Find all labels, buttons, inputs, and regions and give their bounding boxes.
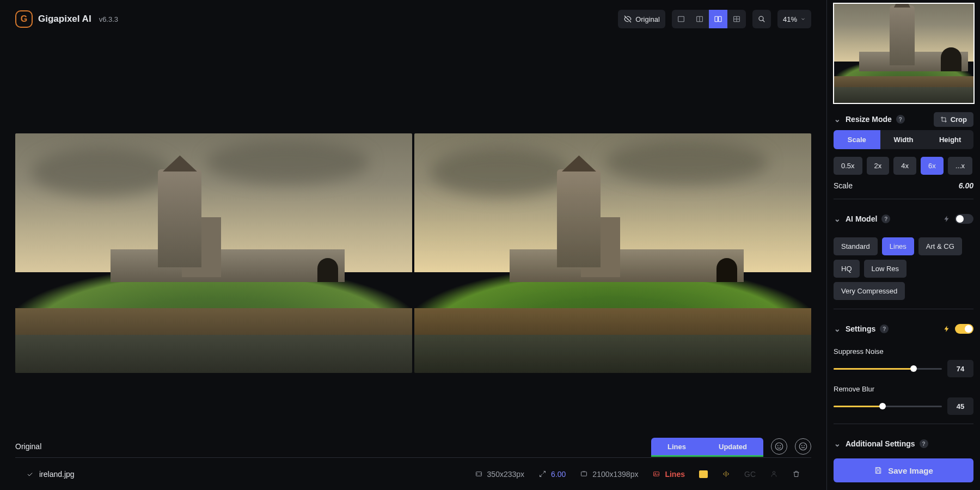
delete-button[interactable] (792, 470, 800, 478)
chevron-down-icon: ⌄ (834, 324, 841, 333)
output-size-icon (580, 470, 588, 478)
model-chip-hq[interactable]: HQ (834, 260, 860, 278)
scale-chip-4x[interactable]: 4x (893, 157, 916, 175)
lightning-icon (943, 215, 951, 223)
model-chip-standard[interactable]: Standard (834, 237, 878, 255)
dimensions-icon (475, 470, 483, 478)
expand-icon (538, 470, 547, 478)
zoom-level-button[interactable]: 41% (777, 10, 811, 28)
resize-tab-width[interactable]: Width (880, 130, 927, 149)
feedback-neutral-button[interactable] (795, 438, 811, 455)
model-chip-art-cg[interactable]: Art & CG (918, 237, 962, 255)
svg-point-14 (801, 445, 802, 446)
trash-icon (792, 470, 800, 478)
suppress-noise-slider[interactable] (834, 368, 942, 370)
preview-label-row: Original Lines Updated (15, 436, 811, 457)
chevron-down-icon (800, 16, 806, 22)
help-icon[interactable]: ? (896, 115, 905, 124)
view-mode-split-vertical[interactable] (690, 10, 709, 28)
eye-off-icon (623, 15, 632, 23)
pill-model-label: Lines (651, 443, 702, 451)
remove-blur-label: Remove Blur (834, 385, 973, 393)
scale-chip-custom[interactable]: ...x (948, 157, 972, 175)
resize-tab-height[interactable]: Height (927, 130, 973, 149)
ai-model-auto-toggle[interactable] (955, 214, 973, 224)
output-dimensions: 2100x1398px (580, 470, 638, 479)
scale-value: 6.00 (959, 181, 973, 190)
feedback-happy-button[interactable] (771, 438, 787, 455)
resize-tab-scale[interactable]: Scale (834, 130, 880, 149)
original-toggle-button[interactable]: Original (618, 10, 665, 28)
zoom-value: 41% (783, 15, 797, 23)
original-label: Original (15, 442, 41, 451)
scale-factor: 6.00 (538, 470, 566, 479)
navigator-thumbnail[interactable] (833, 3, 975, 104)
model-icon (652, 470, 660, 478)
svg-rect-25 (877, 471, 880, 474)
ai-model-section-header[interactable]: ⌄ AI Model ? (834, 208, 973, 230)
svg-line-18 (543, 471, 545, 474)
svg-point-15 (804, 445, 805, 446)
scale-chip-6x[interactable]: 6x (921, 157, 944, 175)
additional-settings-header[interactable]: ⌄ Additional Settings ? (834, 433, 973, 453)
svg-rect-3 (715, 16, 718, 21)
scale-chip-0-5x[interactable]: 0.5x (834, 157, 862, 175)
svg-point-23 (773, 471, 775, 474)
updated-pill[interactable]: Lines Updated (651, 438, 763, 455)
view-mode-grid[interactable] (727, 10, 746, 28)
resize-section-header[interactable]: ⌄ Resize Mode ? Crop (834, 108, 973, 130)
chevron-down-icon: ⌄ (834, 439, 841, 448)
top-bar: G Gigapixel AI v6.3.3 Original 41% (15, 0, 811, 38)
svg-line-9 (763, 20, 764, 22)
scale-label: Scale (834, 181, 853, 190)
preview-original[interactable] (15, 133, 412, 373)
crop-button[interactable]: Crop (934, 112, 973, 127)
zoom-mode-button[interactable] (752, 10, 771, 28)
meh-icon (798, 442, 808, 451)
settings-section-header[interactable]: ⌄ Settings ? (834, 318, 973, 340)
svg-point-12 (780, 445, 781, 446)
gc-label: GC (744, 470, 756, 479)
face-recovery-icon (770, 470, 778, 478)
svg-rect-24 (877, 468, 880, 469)
original-dimensions: 350x233px (475, 470, 525, 479)
help-icon[interactable]: ? (880, 324, 889, 333)
smile-icon (774, 442, 784, 451)
save-image-button[interactable]: Save Image (834, 458, 973, 482)
compare-icon[interactable] (722, 470, 730, 478)
app-logo-icon: G (15, 10, 33, 28)
svg-rect-20 (581, 472, 587, 476)
preview-area (15, 38, 811, 436)
model-chip-lines[interactable]: Lines (882, 237, 914, 255)
app-version: v6.3.3 (99, 15, 118, 23)
check-icon (26, 470, 34, 478)
svg-rect-4 (719, 16, 721, 21)
pill-updated-label: Updated (702, 443, 763, 451)
settings-auto-toggle[interactable] (955, 324, 973, 334)
lightning-icon (943, 325, 951, 333)
view-mode-side-by-side[interactable] (709, 10, 727, 28)
scale-chip-2x[interactable]: 2x (867, 157, 890, 175)
format-badge-icon (699, 470, 708, 478)
model-chip-low-res[interactable]: Low Res (864, 260, 907, 278)
app-name: Gigapixel AI (38, 14, 91, 24)
file-name: ireland.jpg (39, 470, 75, 479)
help-icon[interactable]: ? (920, 439, 928, 448)
crop-icon (940, 116, 947, 123)
svg-point-11 (777, 445, 778, 446)
file-row[interactable]: ireland.jpg 350x233px 6.00 2100x1398px L… (15, 457, 811, 490)
help-icon[interactable]: ? (881, 215, 890, 223)
suppress-noise-label: Suppress Noise (834, 347, 973, 356)
preview-updated[interactable] (414, 133, 811, 373)
chevron-down-icon: ⌄ (834, 115, 841, 124)
svg-point-10 (775, 443, 783, 450)
suppress-noise-value[interactable]: 74 (947, 360, 973, 377)
original-toggle-label: Original (635, 15, 660, 23)
remove-blur-slider[interactable] (834, 406, 942, 407)
view-mode-single[interactable] (672, 10, 690, 28)
svg-rect-21 (654, 472, 659, 476)
svg-rect-0 (678, 16, 684, 21)
view-mode-segmented (672, 10, 746, 28)
remove-blur-value[interactable]: 45 (947, 397, 973, 415)
model-chip-very-compressed[interactable]: Very Compressed (834, 282, 905, 300)
